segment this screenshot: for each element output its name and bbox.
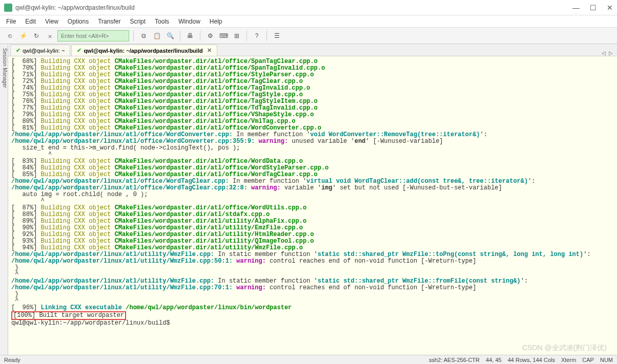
- tab-label: qwl@qwl-kylin: ~: [23, 48, 65, 54]
- check-icon: ✔: [77, 47, 81, 54]
- help-icon[interactable]: ?: [251, 30, 262, 41]
- window-title: qwl@qwl-kylin: ~/app/wordpaster/linux/bu…: [15, 4, 135, 11]
- status-size: 44 Rows, 144 Cols: [508, 357, 555, 363]
- status-connection: ssh2: AES-256-CTR: [429, 357, 480, 363]
- toolbar: ⎋ ⚡ ↻ ⨉ ⧉ 📋 🔍 🖶 ⚙ ⌨ ⊞ ? ☰: [0, 28, 617, 44]
- quick-connect-icon[interactable]: ⚡: [17, 30, 29, 41]
- status-cap: CAP: [582, 357, 594, 363]
- close-button[interactable]: ✕: [607, 4, 613, 12]
- tab-next-icon[interactable]: ▷: [609, 50, 613, 56]
- close-tab-icon[interactable]: ✕: [207, 47, 212, 54]
- connect-icon[interactable]: ⎋: [4, 30, 15, 41]
- grid-icon[interactable]: ⊞: [231, 30, 242, 41]
- host-input[interactable]: [57, 30, 129, 41]
- menu-tools[interactable]: Tools: [155, 18, 169, 25]
- minimize-button[interactable]: —: [572, 4, 580, 12]
- menu-script[interactable]: Script: [130, 18, 146, 25]
- tab-prev-icon[interactable]: ◁: [602, 50, 606, 56]
- paste-icon[interactable]: 📋: [151, 30, 162, 41]
- terminal-output[interactable]: [ 68%] Building CXX object CMakeFiles/wo…: [8, 56, 617, 355]
- menu-bar: File Edit View Options Transfer Script T…: [0, 15, 617, 28]
- tab-label: qwl@qwl-kylin: ~/app/wordpaster/linux/bu…: [84, 48, 202, 54]
- status-num: NUM: [600, 357, 613, 363]
- menu-options[interactable]: Options: [68, 18, 89, 25]
- session-manager-panel[interactable]: Session Manager: [0, 44, 8, 355]
- disconnect-icon[interactable]: ⨉: [44, 30, 55, 41]
- columns-icon[interactable]: ☰: [271, 30, 282, 41]
- tab-session-2[interactable]: ✔ qwl@qwl-kylin: ~/app/wordpaster/linux/…: [71, 45, 217, 56]
- settings-icon[interactable]: ⚙: [204, 30, 216, 41]
- reconnect-icon[interactable]: ↻: [31, 30, 42, 41]
- menu-help[interactable]: Help: [210, 18, 222, 25]
- maximize-button[interactable]: ☐: [590, 4, 597, 12]
- status-term: Xterm: [561, 357, 576, 363]
- find-icon[interactable]: 🔍: [164, 30, 176, 41]
- tab-session-1[interactable]: ✔ qwl@qwl-kylin: ~: [10, 45, 70, 56]
- status-position: 44, 45: [486, 357, 502, 363]
- check-icon: ✔: [16, 47, 20, 54]
- print-icon[interactable]: 🖶: [184, 30, 196, 41]
- menu-file[interactable]: File: [6, 18, 16, 25]
- menu-view[interactable]: View: [45, 18, 58, 25]
- menu-edit[interactable]: Edit: [25, 18, 36, 25]
- status-bar: Ready ssh2: AES-256-CTR 44, 45 44 Rows, …: [0, 355, 617, 364]
- status-ready: Ready: [4, 357, 20, 363]
- title-bar: qwl@qwl-kylin: ~/app/wordpaster/linux/bu…: [0, 0, 617, 15]
- app-icon: [4, 4, 12, 12]
- menu-window[interactable]: Window: [178, 18, 200, 25]
- keyboard-icon[interactable]: ⌨: [218, 30, 229, 41]
- menu-transfer[interactable]: Transfer: [98, 18, 120, 25]
- tab-bar: ✔ qwl@qwl-kylin: ~ ✔ qwl@qwl-kylin: ~/ap…: [8, 44, 617, 56]
- copy-icon[interactable]: ⧉: [138, 30, 149, 41]
